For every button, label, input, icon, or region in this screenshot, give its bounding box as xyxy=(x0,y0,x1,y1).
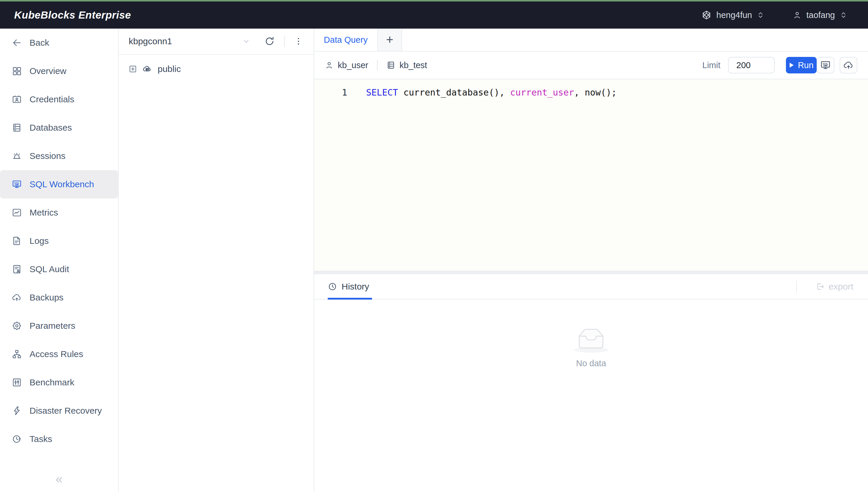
sql-token: current_database(), xyxy=(398,87,510,98)
sidebar-item-tasks[interactable]: Tasks xyxy=(0,425,118,453)
benchmark-icon xyxy=(12,378,22,387)
session-user-label: kb_user xyxy=(338,61,368,70)
sidebar-item-disaster-recovery[interactable]: Disaster Recovery xyxy=(0,396,118,425)
query-tab-bar: Data Query + xyxy=(314,28,868,51)
user-selector[interactable]: taofang xyxy=(793,10,847,20)
tab-history[interactable]: History xyxy=(328,274,369,299)
session-database-label: kb_test xyxy=(400,61,427,70)
kebab-menu-icon[interactable] xyxy=(294,36,303,46)
sidebar-item-label: Metrics xyxy=(29,208,58,218)
sidebar-item-overview[interactable]: Overview xyxy=(0,57,118,85)
sql-audit-icon xyxy=(12,264,22,274)
panel-resize-handle[interactable] xyxy=(314,271,868,274)
sidebar-item-label: Disaster Recovery xyxy=(29,406,102,416)
session-database-chip[interactable]: kb_test xyxy=(386,61,427,70)
credentials-icon xyxy=(12,94,22,104)
divider xyxy=(377,60,378,70)
divider xyxy=(284,36,285,47)
sql-editor[interactable]: 1 SELECT current_database(), current_use… xyxy=(314,79,868,271)
export-area: export xyxy=(796,281,868,293)
refresh-icon[interactable] xyxy=(264,36,275,47)
format-sql-button[interactable]: SQL xyxy=(816,57,834,73)
tab-data-query[interactable]: Data Query xyxy=(314,28,378,51)
history-panel: History export xyxy=(314,274,868,492)
explorer-header: kbpgconn1 xyxy=(119,28,314,55)
sidebar-item-databases[interactable]: Databases xyxy=(0,113,118,142)
connection-select[interactable]: kbpgconn1 xyxy=(129,36,264,46)
user-icon xyxy=(325,61,334,70)
org-selector[interactable]: heng4fun xyxy=(702,10,764,20)
logs-icon xyxy=(12,236,22,246)
sidebar-item-label: Databases xyxy=(29,123,72,133)
sidebar-item-label: SQL Workbench xyxy=(29,179,94,189)
sidebar-item-label: Backups xyxy=(29,293,63,302)
backups-icon xyxy=(12,293,22,302)
parameters-icon xyxy=(12,321,22,331)
sidebar-collapse-button[interactable]: « xyxy=(0,472,118,486)
upload-sql-button[interactable] xyxy=(840,57,857,73)
schema-tree: public xyxy=(119,55,314,83)
sidebar-item-label: Benchmark xyxy=(29,378,75,387)
sql-token: current_user xyxy=(510,87,574,98)
sidebar-item-logs[interactable]: Logs xyxy=(0,227,118,255)
app-logo: KubeBlocks Enterprise xyxy=(14,9,131,21)
sidebar-item-parameters[interactable]: Parameters xyxy=(0,312,118,340)
limit-input[interactable] xyxy=(728,57,775,73)
sidebar-item-label: Access Rules xyxy=(29,349,83,359)
sidebar-item-label: Sessions xyxy=(29,151,65,161)
sidebar-item-sessions[interactable]: Sessions xyxy=(0,142,118,170)
sql-workbench-icon: SQL xyxy=(12,179,22,189)
sidebar-item-access-rules[interactable]: Access Rules xyxy=(0,340,118,368)
disaster-recovery-icon xyxy=(12,406,22,416)
sidebar-item-metrics[interactable]: Metrics xyxy=(0,198,118,227)
empty-state-text: No data xyxy=(314,359,868,368)
limit-label: Limit xyxy=(702,61,720,70)
sidebar-item-label: Tasks xyxy=(29,434,52,444)
history-tab-label: History xyxy=(342,282,369,292)
org-name: heng4fun xyxy=(716,10,752,20)
run-button[interactable]: Run xyxy=(786,57,816,73)
sidebar: Back Overview Credentials Databases Sess xyxy=(0,28,119,492)
export-icon xyxy=(816,282,825,291)
tree-item-public[interactable]: public xyxy=(125,62,308,77)
editor-line-1: 1 SELECT current_database(), current_use… xyxy=(314,84,868,101)
sessions-icon xyxy=(12,151,22,161)
query-toolbar: kb_user kb_test Limit Run xyxy=(314,51,868,79)
tasks-icon xyxy=(12,434,22,444)
user-name: taofang xyxy=(806,10,835,20)
session-user-chip[interactable]: kb_user xyxy=(325,61,368,70)
connection-name: kbpgconn1 xyxy=(129,36,172,46)
sidebar-back-label: Back xyxy=(29,38,49,48)
sidebar-item-credentials[interactable]: Credentials xyxy=(0,85,118,113)
database-icon xyxy=(386,61,395,70)
topbar-right: heng4fun taofang xyxy=(702,10,847,20)
sidebar-item-backups[interactable]: Backups xyxy=(0,283,118,312)
arrow-left-icon xyxy=(12,38,22,48)
empty-state: No data xyxy=(314,325,868,368)
sql-code: SELECT current_database(), current_user,… xyxy=(356,87,617,98)
sidebar-item-benchmark[interactable]: Benchmark xyxy=(0,368,118,396)
top-bar: KubeBlocks Enterprise heng4fun taofang xyxy=(0,0,868,28)
cloud-upload-icon xyxy=(843,60,854,70)
sidebar-item-label: Credentials xyxy=(29,94,75,104)
history-clock-icon xyxy=(328,282,337,291)
sidebar-item-sql-audit[interactable]: SQL Audit xyxy=(0,255,118,283)
sidebar-item-label: Overview xyxy=(29,66,66,76)
expand-plus-icon[interactable] xyxy=(129,65,137,73)
metrics-icon xyxy=(12,208,22,218)
export-button[interactable]: export xyxy=(816,282,853,292)
explorer-tools xyxy=(264,36,303,47)
access-rules-icon xyxy=(12,349,22,359)
sidebar-item-sql-workbench[interactable]: SQL SQL Workbench xyxy=(0,170,118,198)
sidebar-back-button[interactable]: Back xyxy=(0,28,118,57)
overview-icon xyxy=(12,66,22,76)
empty-inbox-icon xyxy=(314,325,868,353)
sidebar-item-label: Logs xyxy=(29,236,49,246)
org-cube-icon xyxy=(702,10,711,20)
databases-icon xyxy=(12,123,22,133)
app-body: Back Overview Credentials Databases Sess xyxy=(0,28,868,492)
sql-token: SELECT xyxy=(366,87,398,98)
sql-monitor-icon: SQL xyxy=(820,60,831,70)
divider xyxy=(796,281,797,293)
new-tab-button[interactable]: + xyxy=(378,28,402,51)
